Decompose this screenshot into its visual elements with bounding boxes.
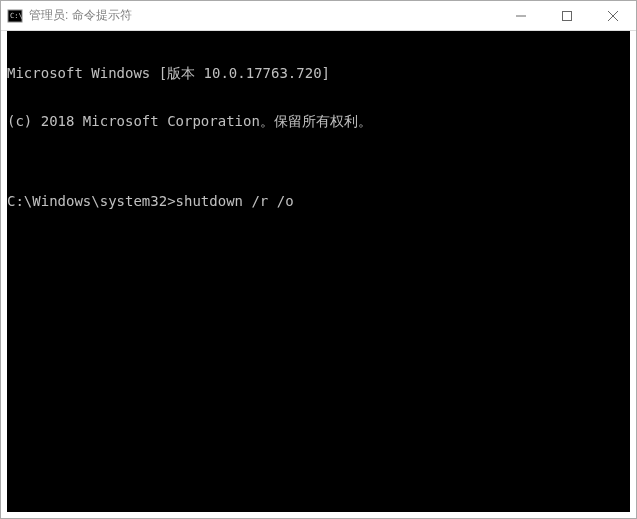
close-button[interactable] (590, 1, 636, 30)
console-prompt: C:\Windows\system32> (7, 193, 176, 209)
window-controls (498, 1, 636, 30)
titlebar[interactable]: C:\ 管理员: 命令提示符 (1, 1, 636, 31)
console-output-line: Microsoft Windows [版本 10.0.17763.720] (7, 65, 630, 81)
console-area[interactable]: Microsoft Windows [版本 10.0.17763.720] (c… (7, 31, 630, 512)
app-icon: C:\ (7, 8, 23, 24)
window-title: 管理员: 命令提示符 (29, 7, 498, 24)
minimize-button[interactable] (498, 1, 544, 30)
console-command: shutdown /r /o (176, 193, 294, 209)
svg-rect-3 (563, 11, 572, 20)
cmd-window: C:\ 管理员: 命令提示符 Microsoft Windows [版本 10.… (0, 0, 637, 519)
console-output-line: (c) 2018 Microsoft Corporation。保留所有权利。 (7, 113, 630, 129)
console-prompt-line: C:\Windows\system32>shutdown /r /o (7, 193, 630, 209)
svg-text:C:\: C:\ (10, 12, 23, 20)
maximize-button[interactable] (544, 1, 590, 30)
